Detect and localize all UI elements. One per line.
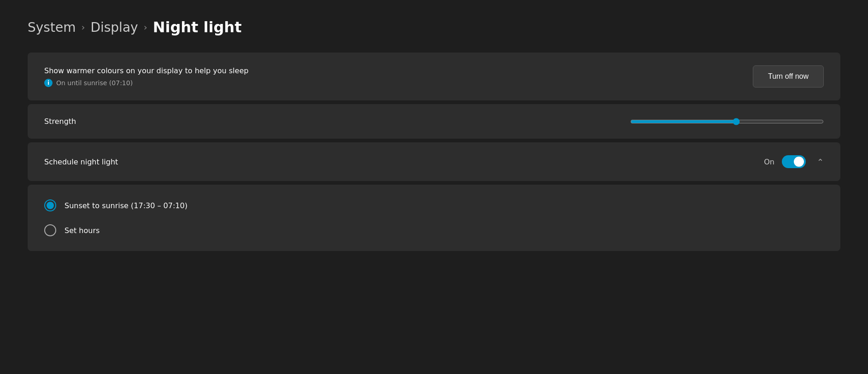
options-card: Sunset to sunrise (17:30 – 07:10) Set ho… [28,185,840,251]
breadcrumb-separator-2: › [144,22,147,33]
breadcrumb-system[interactable]: System [28,20,76,35]
radio-set-hours[interactable]: Set hours [44,224,824,236]
breadcrumb-separator-1: › [81,22,85,33]
status-card: Show warmer colours on your display to h… [28,53,840,100]
toggle-thumb [794,157,804,167]
strength-slider[interactable] [630,118,824,125]
breadcrumb-night-light: Night light [153,18,242,36]
schedule-toggle[interactable] [782,155,806,168]
schedule-right: On ⌃ [764,155,824,168]
radio-label-set-hours: Set hours [65,226,100,235]
chevron-up-icon[interactable]: ⌃ [817,157,824,167]
status-subtitle: i On until sunrise (07:10) [44,79,248,87]
breadcrumb-display[interactable]: Display [90,20,138,35]
radio-circle-sunset [44,199,56,211]
turn-off-now-button[interactable]: Turn off now [753,65,824,88]
strength-card: Strength [28,104,840,139]
strength-label: Strength [44,117,76,126]
schedule-label: Schedule night light [44,158,118,166]
radio-label-sunset: Sunset to sunrise (17:30 – 07:10) [65,201,188,210]
schedule-status-label: On [764,158,774,166]
schedule-card: Schedule night light On ⌃ [28,142,840,181]
info-icon: i [44,79,53,87]
status-info-text: On until sunrise (07:10) [56,79,133,87]
status-description: Show warmer colours on your display to h… [44,66,248,75]
radio-sunset[interactable]: Sunset to sunrise (17:30 – 07:10) [44,199,824,211]
breadcrumb: System › Display › Night light [28,18,840,36]
radio-circle-set-hours [44,224,56,236]
status-card-info: Show warmer colours on your display to h… [44,66,248,87]
